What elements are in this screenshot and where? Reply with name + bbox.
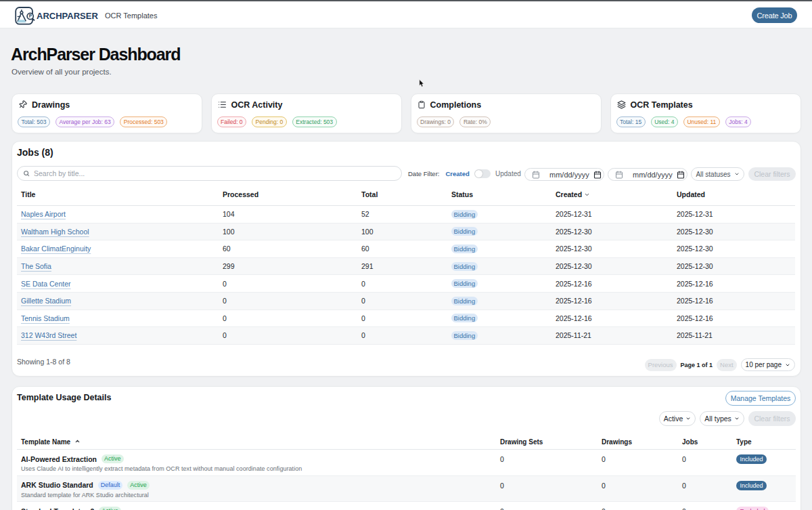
svg-text:P: P xyxy=(29,14,32,18)
